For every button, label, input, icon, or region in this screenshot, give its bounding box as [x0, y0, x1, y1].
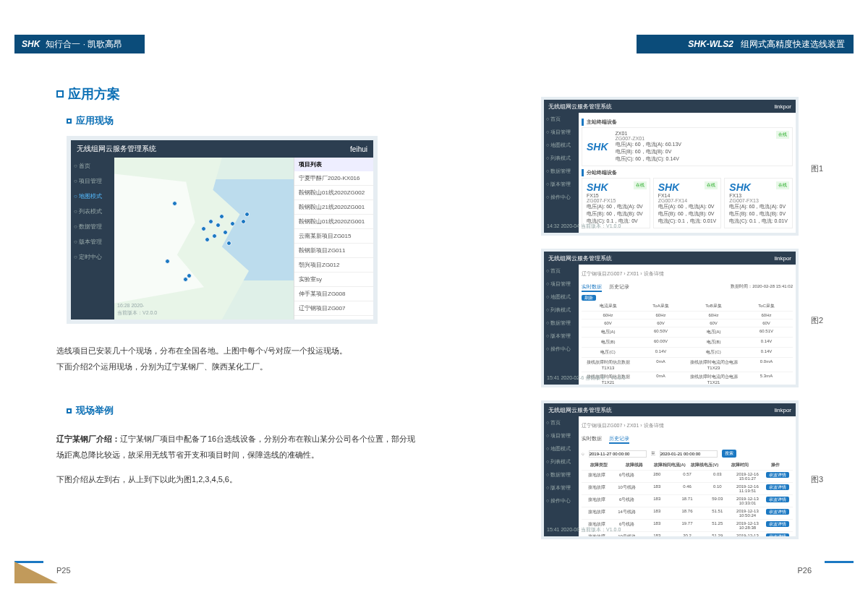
section-header: 主站终端设备 — [582, 119, 793, 126]
screenshot-1: 无线组网云服务管理系统linkpor ○ 首页○ 项目管理○ 地图模式○ 列表模… — [541, 97, 799, 236]
tabs: 实时数据 历史记录 — [582, 432, 793, 447]
accent-bar — [14, 561, 43, 563]
accent-bar — [825, 561, 854, 563]
timestamp: 14:32 2020-04 当前版本：V1.0.0 — [547, 223, 621, 230]
map-canvas: 16:28 2020- 当前版本：V2.0.0 — [114, 158, 294, 319]
data-table: 故障类型故障线路故障相间电流(A)故障线电压(V)故障时间操作接地故障6号线路2… — [582, 460, 793, 536]
header-right: SHK-WLS2 组网式高精度快速选线装置 — [637, 35, 854, 53]
timestamp: 15:41 2020-08 当前版本：V1.0.0 — [547, 526, 621, 533]
date-from — [589, 450, 647, 458]
screenshot-main: 辽宁钢项目ZG007 › ZX01 › 设备详情 实时数据 历史记录 数据时间：… — [579, 265, 796, 385]
date-filters: ○ 至 搜索 — [582, 450, 793, 458]
device-card-main: 在线 SHK ZX01 ZG007-ZX01 电压(A): 60，电流(A): … — [582, 127, 793, 166]
header-left: SHK 知行合一 · 凯歌高昂 — [14, 35, 145, 53]
square-icon — [67, 408, 72, 413]
section-title: 应用方案 — [56, 85, 120, 103]
screenshot-3: 无线组网云服务管理系统linkpor ○ 首页○ 项目管理○ 地图模式○ 列表模… — [541, 400, 799, 539]
tabs: 实时数据 历史记录 数据时间：2020-02-28 15:41:02 — [582, 280, 793, 295]
screenshot-2: 无线组网云服务管理系统linkpor ○ 首页○ 项目管理○ 地图模式○ 列表模… — [541, 249, 799, 387]
data-table: 电流采集ToA采集ToB采集ToC采集60Hz60Hz60Hz60Hz60V60… — [582, 301, 793, 385]
square-icon — [67, 119, 72, 124]
map-screenshot: 无线组网云服务管理系统 feihui ○ 首页○ 项目管理○ 地图模式○ 列表模… — [67, 136, 378, 324]
brand: SHK — [22, 39, 40, 49]
paragraph: 选线项目已安装几十个现场，分布在全国各地。上图中每个√号对应一个投运现场。 下面… — [56, 343, 418, 374]
page-number-left: P25 — [56, 566, 71, 575]
breadcrumb: 辽宁钢项目ZG007 › ZX01 › 设备详情 — [582, 419, 793, 432]
subsection-title: 现场举例 — [67, 404, 114, 417]
section-header: 分站终端设备 — [582, 169, 793, 176]
map-titlebar: 无线组网云服务管理系统 feihui — [71, 140, 373, 158]
refresh-button: 刷新 — [582, 295, 596, 301]
model-desc: 组网式高精度快速选线装置 — [741, 38, 845, 51]
figure-label: 图2 — [811, 315, 823, 326]
screenshot-sidebar: ○ 首页○ 项目管理○ 地图模式○ 列表模式○ 数据管理○ 版本管理○ 操作中心 — [544, 113, 579, 233]
map-timestamp: 16:28 2020- 当前版本：V2.0.0 — [117, 302, 157, 317]
date-to — [660, 450, 718, 458]
page-number-right: P26 — [797, 566, 812, 575]
map-sidebar: ○ 首页○ 项目管理○ 地图模式○ 列表模式○ 数据管理○ 版本管理○ 定时中心 — [71, 158, 114, 319]
project-list-header: 项目列表 — [294, 158, 373, 171]
breadcrumb: 辽宁钢项目ZG007 › ZX01 › 设备详情 — [582, 267, 793, 280]
figure-label: 图3 — [811, 474, 823, 485]
timestamp: 15:41 2020-02-6 当前版本：V1.0.0 — [547, 374, 626, 382]
paragraph: 辽宁某钢厂介绍：辽宁某钢厂项目中配备了16台选线设备，分别分布在鞍山某分公司各个… — [56, 431, 418, 487]
model: SHK-WLS2 — [688, 39, 733, 49]
project-list: 项目列表 宁夏甲醇厂2020-KX016鞍钢鞍山01线2020ZG002鞍钢鞍山… — [294, 158, 373, 319]
screenshot-sidebar: ○ 首页○ 项目管理○ 地图模式○ 列表模式○ 数据管理○ 版本管理○ 操作中心 — [544, 416, 579, 536]
subsection-title: 应用现场 — [67, 114, 114, 127]
screenshot-main: 辽宁钢项目ZG007 › ZX01 › 设备详情 实时数据 历史记录 ○ 至 搜… — [579, 416, 796, 536]
corner-triangle — [14, 562, 58, 583]
square-icon — [56, 90, 64, 98]
figure-label: 图1 — [811, 163, 823, 174]
search-button: 搜索 — [722, 450, 736, 458]
slogan: 知行合一 · 凯歌高昂 — [46, 38, 122, 51]
shk-logo: SHK — [587, 141, 608, 153]
screenshot-main: 主站终端设备 在线 SHK ZX01 ZG007-ZX01 电压(A): 60，… — [579, 113, 796, 233]
screenshot-sidebar: ○ 首页○ 项目管理○ 地图模式○ 列表模式○ 数据管理○ 版本管理○ 操作中心 — [544, 265, 579, 385]
